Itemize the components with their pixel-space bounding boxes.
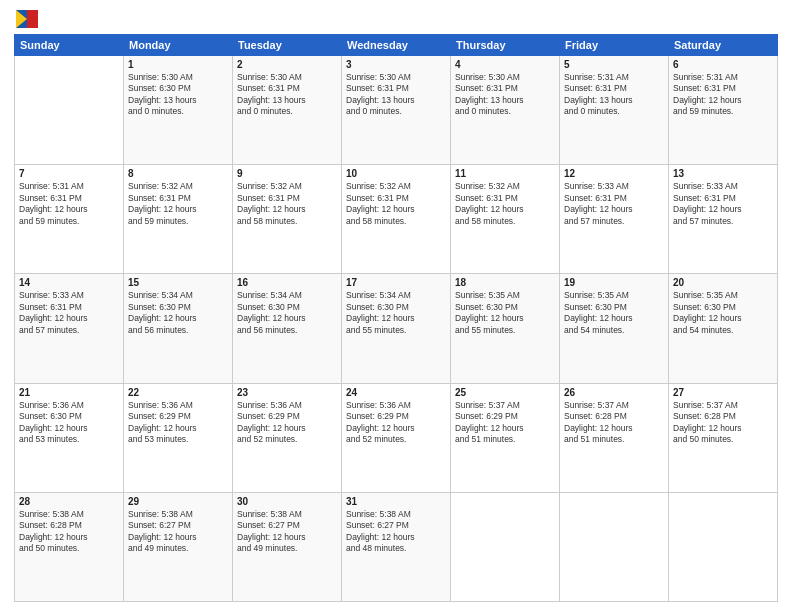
day-number: 3: [346, 59, 446, 70]
day-number: 10: [346, 168, 446, 179]
day-number: 6: [673, 59, 773, 70]
day-number: 30: [237, 496, 337, 507]
day-info: Sunrise: 5:38 AM Sunset: 6:27 PM Dayligh…: [237, 509, 337, 555]
calendar-cell: 24Sunrise: 5:36 AM Sunset: 6:29 PM Dayli…: [342, 383, 451, 492]
day-number: 11: [455, 168, 555, 179]
day-info: Sunrise: 5:31 AM Sunset: 6:31 PM Dayligh…: [19, 181, 119, 227]
week-row-5: 28Sunrise: 5:38 AM Sunset: 6:28 PM Dayli…: [15, 492, 778, 601]
day-info: Sunrise: 5:38 AM Sunset: 6:28 PM Dayligh…: [19, 509, 119, 555]
weekday-header-saturday: Saturday: [669, 35, 778, 56]
day-number: 18: [455, 277, 555, 288]
week-row-4: 21Sunrise: 5:36 AM Sunset: 6:30 PM Dayli…: [15, 383, 778, 492]
day-info: Sunrise: 5:36 AM Sunset: 6:30 PM Dayligh…: [19, 400, 119, 446]
day-number: 29: [128, 496, 228, 507]
day-info: Sunrise: 5:34 AM Sunset: 6:30 PM Dayligh…: [346, 290, 446, 336]
day-number: 21: [19, 387, 119, 398]
calendar-table: SundayMondayTuesdayWednesdayThursdayFrid…: [14, 34, 778, 602]
day-number: 4: [455, 59, 555, 70]
weekday-header-sunday: Sunday: [15, 35, 124, 56]
day-number: 13: [673, 168, 773, 179]
day-info: Sunrise: 5:36 AM Sunset: 6:29 PM Dayligh…: [346, 400, 446, 446]
day-number: 2: [237, 59, 337, 70]
day-number: 16: [237, 277, 337, 288]
calendar-cell: 15Sunrise: 5:34 AM Sunset: 6:30 PM Dayli…: [124, 274, 233, 383]
calendar-cell: 4Sunrise: 5:30 AM Sunset: 6:31 PM Daylig…: [451, 56, 560, 165]
calendar-cell: [451, 492, 560, 601]
calendar-cell: 18Sunrise: 5:35 AM Sunset: 6:30 PM Dayli…: [451, 274, 560, 383]
calendar-cell: 1Sunrise: 5:30 AM Sunset: 6:30 PM Daylig…: [124, 56, 233, 165]
day-info: Sunrise: 5:32 AM Sunset: 6:31 PM Dayligh…: [455, 181, 555, 227]
calendar-cell: [669, 492, 778, 601]
calendar-cell: 28Sunrise: 5:38 AM Sunset: 6:28 PM Dayli…: [15, 492, 124, 601]
calendar-cell: [560, 492, 669, 601]
calendar-cell: 30Sunrise: 5:38 AM Sunset: 6:27 PM Dayli…: [233, 492, 342, 601]
day-info: Sunrise: 5:37 AM Sunset: 6:28 PM Dayligh…: [673, 400, 773, 446]
svg-rect-1: [27, 10, 38, 28]
day-info: Sunrise: 5:32 AM Sunset: 6:31 PM Dayligh…: [237, 181, 337, 227]
day-info: Sunrise: 5:31 AM Sunset: 6:31 PM Dayligh…: [564, 72, 664, 118]
day-number: 5: [564, 59, 664, 70]
day-info: Sunrise: 5:36 AM Sunset: 6:29 PM Dayligh…: [237, 400, 337, 446]
calendar-cell: 10Sunrise: 5:32 AM Sunset: 6:31 PM Dayli…: [342, 165, 451, 274]
calendar-cell: 6Sunrise: 5:31 AM Sunset: 6:31 PM Daylig…: [669, 56, 778, 165]
calendar-cell: 20Sunrise: 5:35 AM Sunset: 6:30 PM Dayli…: [669, 274, 778, 383]
logo: [14, 10, 38, 28]
day-info: Sunrise: 5:35 AM Sunset: 6:30 PM Dayligh…: [455, 290, 555, 336]
calendar-cell: 13Sunrise: 5:33 AM Sunset: 6:31 PM Dayli…: [669, 165, 778, 274]
calendar-cell: 5Sunrise: 5:31 AM Sunset: 6:31 PM Daylig…: [560, 56, 669, 165]
weekday-header-wednesday: Wednesday: [342, 35, 451, 56]
day-info: Sunrise: 5:33 AM Sunset: 6:31 PM Dayligh…: [19, 290, 119, 336]
calendar-cell: 11Sunrise: 5:32 AM Sunset: 6:31 PM Dayli…: [451, 165, 560, 274]
day-number: 19: [564, 277, 664, 288]
day-number: 28: [19, 496, 119, 507]
day-info: Sunrise: 5:30 AM Sunset: 6:30 PM Dayligh…: [128, 72, 228, 118]
day-info: Sunrise: 5:32 AM Sunset: 6:31 PM Dayligh…: [128, 181, 228, 227]
calendar-cell: 9Sunrise: 5:32 AM Sunset: 6:31 PM Daylig…: [233, 165, 342, 274]
calendar-cell: 16Sunrise: 5:34 AM Sunset: 6:30 PM Dayli…: [233, 274, 342, 383]
header: [14, 10, 778, 28]
week-row-3: 14Sunrise: 5:33 AM Sunset: 6:31 PM Dayli…: [15, 274, 778, 383]
calendar-cell: 27Sunrise: 5:37 AM Sunset: 6:28 PM Dayli…: [669, 383, 778, 492]
calendar-cell: 12Sunrise: 5:33 AM Sunset: 6:31 PM Dayli…: [560, 165, 669, 274]
day-number: 23: [237, 387, 337, 398]
day-number: 7: [19, 168, 119, 179]
calendar-cell: 21Sunrise: 5:36 AM Sunset: 6:30 PM Dayli…: [15, 383, 124, 492]
calendar-page: SundayMondayTuesdayWednesdayThursdayFrid…: [0, 0, 792, 612]
calendar-cell: 2Sunrise: 5:30 AM Sunset: 6:31 PM Daylig…: [233, 56, 342, 165]
day-info: Sunrise: 5:30 AM Sunset: 6:31 PM Dayligh…: [455, 72, 555, 118]
calendar-cell: 14Sunrise: 5:33 AM Sunset: 6:31 PM Dayli…: [15, 274, 124, 383]
calendar-cell: 29Sunrise: 5:38 AM Sunset: 6:27 PM Dayli…: [124, 492, 233, 601]
day-info: Sunrise: 5:34 AM Sunset: 6:30 PM Dayligh…: [128, 290, 228, 336]
calendar-cell: 26Sunrise: 5:37 AM Sunset: 6:28 PM Dayli…: [560, 383, 669, 492]
day-info: Sunrise: 5:30 AM Sunset: 6:31 PM Dayligh…: [237, 72, 337, 118]
day-info: Sunrise: 5:37 AM Sunset: 6:29 PM Dayligh…: [455, 400, 555, 446]
day-number: 27: [673, 387, 773, 398]
day-info: Sunrise: 5:32 AM Sunset: 6:31 PM Dayligh…: [346, 181, 446, 227]
day-info: Sunrise: 5:31 AM Sunset: 6:31 PM Dayligh…: [673, 72, 773, 118]
logo-flag-icon: [16, 10, 38, 28]
weekday-header-thursday: Thursday: [451, 35, 560, 56]
weekday-header-monday: Monday: [124, 35, 233, 56]
day-number: 26: [564, 387, 664, 398]
day-number: 24: [346, 387, 446, 398]
calendar-cell: 3Sunrise: 5:30 AM Sunset: 6:31 PM Daylig…: [342, 56, 451, 165]
day-info: Sunrise: 5:34 AM Sunset: 6:30 PM Dayligh…: [237, 290, 337, 336]
day-info: Sunrise: 5:36 AM Sunset: 6:29 PM Dayligh…: [128, 400, 228, 446]
weekday-header-friday: Friday: [560, 35, 669, 56]
day-number: 9: [237, 168, 337, 179]
day-number: 17: [346, 277, 446, 288]
day-info: Sunrise: 5:35 AM Sunset: 6:30 PM Dayligh…: [673, 290, 773, 336]
calendar-cell: 22Sunrise: 5:36 AM Sunset: 6:29 PM Dayli…: [124, 383, 233, 492]
day-info: Sunrise: 5:33 AM Sunset: 6:31 PM Dayligh…: [564, 181, 664, 227]
calendar-cell: 7Sunrise: 5:31 AM Sunset: 6:31 PM Daylig…: [15, 165, 124, 274]
day-number: 25: [455, 387, 555, 398]
calendar-cell: 8Sunrise: 5:32 AM Sunset: 6:31 PM Daylig…: [124, 165, 233, 274]
day-info: Sunrise: 5:38 AM Sunset: 6:27 PM Dayligh…: [346, 509, 446, 555]
calendar-cell: 23Sunrise: 5:36 AM Sunset: 6:29 PM Dayli…: [233, 383, 342, 492]
day-number: 20: [673, 277, 773, 288]
day-info: Sunrise: 5:33 AM Sunset: 6:31 PM Dayligh…: [673, 181, 773, 227]
day-number: 12: [564, 168, 664, 179]
weekday-header-tuesday: Tuesday: [233, 35, 342, 56]
calendar-cell: 17Sunrise: 5:34 AM Sunset: 6:30 PM Dayli…: [342, 274, 451, 383]
weekday-header-row: SundayMondayTuesdayWednesdayThursdayFrid…: [15, 35, 778, 56]
